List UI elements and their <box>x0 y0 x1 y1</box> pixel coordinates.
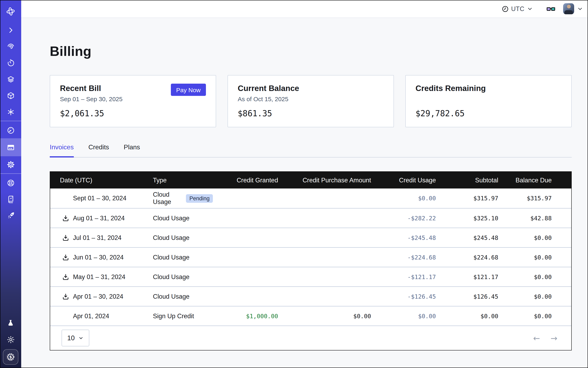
download-icon <box>62 293 69 300</box>
cell-subtotal: $245.48 <box>436 234 498 241</box>
billing-page: Billing Recent Bill Sep 01 – Sep 30, 202… <box>21 18 588 368</box>
gauge-icon[interactable] <box>0 122 21 138</box>
sidebar-divider <box>0 173 21 174</box>
row-date: Aug 01 – 31, 2024 <box>73 214 125 222</box>
tab-credits[interactable]: Credits <box>88 144 109 157</box>
cube-icon[interactable] <box>0 87 21 104</box>
dollar-badge-icon: $ <box>6 352 16 362</box>
chevron-down-icon <box>577 6 583 12</box>
topbar: UTC <box>21 0 588 18</box>
current-balance-card: Current Balance As of Oct 15, 2025 $861.… <box>227 75 394 127</box>
app-window: $ UTC <box>0 0 588 368</box>
cell-credit-usage: -$282.22 <box>371 215 436 221</box>
pay-now-button[interactable]: Pay Now <box>171 84 206 96</box>
recent-bill-amount: $2,061.35 <box>60 109 206 118</box>
chevron-down-icon <box>78 335 84 341</box>
column-header-date: Date (UTC) <box>50 176 153 184</box>
layers-icon[interactable] <box>0 71 21 87</box>
logo-orbit-icon[interactable] <box>0 3 21 19</box>
tab-plans[interactable]: Plans <box>124 144 140 157</box>
cell-subtotal: $315.97 <box>436 195 498 202</box>
credits-badge-button[interactable]: $ <box>3 349 18 365</box>
status-badge: Pending <box>186 194 213 202</box>
gear-icon[interactable] <box>0 156 21 173</box>
column-header-credit-purchase: Credit Purchase Amount <box>278 176 371 184</box>
page-size-value: 10 <box>67 334 75 342</box>
row-type: Cloud Usage <box>153 214 190 222</box>
table-header: Date (UTC) Type Credit Granted Credit Pu… <box>50 172 571 188</box>
row-type: Cloud Usage <box>153 293 190 300</box>
reader-mode-button[interactable] <box>546 4 556 14</box>
billing-card-icon <box>6 143 15 152</box>
row-date: Apr 01 – 30, 2024 <box>73 293 123 300</box>
card-subtitle: As of Oct 15, 2025 <box>238 95 384 103</box>
column-header-credit-usage: Credit Usage <box>371 176 436 184</box>
credits-remaining-amount: $29,782.65 <box>416 109 561 118</box>
chevron-right-icon[interactable] <box>0 22 21 38</box>
observe-spiral-icon[interactable] <box>0 38 21 55</box>
card-subtitle: Sep 01 – Sep 30, 2025 <box>60 95 206 103</box>
card-title: Credits Remaining <box>416 84 561 93</box>
svg-text:$: $ <box>9 355 12 359</box>
row-type: Sign Up Credit <box>153 312 194 320</box>
ship-wheel-icon[interactable] <box>0 175 21 191</box>
row-date: Jun 01 – 30, 2024 <box>73 254 124 261</box>
cell-balance-due: $315.97 <box>498 195 552 202</box>
row-type: Cloud Usage <box>153 273 190 280</box>
column-header-balance-due: Balance Due <box>498 176 552 184</box>
page-title: Billing <box>50 44 572 59</box>
sun-icon[interactable] <box>0 331 21 348</box>
timer-icon[interactable] <box>0 55 21 71</box>
sidebar-item-billing[interactable] <box>0 138 21 156</box>
rocket-icon[interactable] <box>0 207 21 224</box>
user-menu[interactable] <box>563 3 583 14</box>
current-balance-amount: $861.35 <box>238 109 384 118</box>
cell-balance-due: $42.88 <box>498 215 552 221</box>
column-header-credit-granted: Credit Granted <box>213 176 278 184</box>
table-row: Apr 01 – 30, 2024 Cloud Usage -$126.45 $… <box>50 286 571 306</box>
page-size-select[interactable]: 10 <box>62 330 89 346</box>
chevron-down-icon <box>527 6 533 12</box>
recent-bill-card: Recent Bill Sep 01 – Sep 30, 2025 $2,061… <box>50 75 216 127</box>
card-title: Current Balance <box>238 84 384 93</box>
cell-credit-usage: -$126.45 <box>371 293 436 300</box>
flask-icon[interactable] <box>0 315 21 331</box>
cell-subtotal: $126.45 <box>436 293 498 300</box>
clock-icon <box>501 5 509 12</box>
download-invoice-button[interactable] <box>62 214 69 222</box>
cell-credit-usage: $0.00 <box>371 195 436 202</box>
download-invoice-button[interactable] <box>62 273 69 281</box>
download-invoice-button[interactable] <box>62 234 69 241</box>
table-row: Sept 01 – 30, 2024 Cloud Usage Pending $… <box>50 188 571 208</box>
download-icon <box>62 234 69 241</box>
next-page-button[interactable]: → <box>551 334 557 342</box>
tab-invoices[interactable]: Invoices <box>50 144 74 157</box>
summary-cards: Recent Bill Sep 01 – Sep 30, 2025 $2,061… <box>50 75 572 127</box>
user-avatar[interactable] <box>563 3 574 14</box>
glasses-icon <box>546 4 556 14</box>
table-row: Aug 01 – 31, 2024 Cloud Usage -$282.22 $… <box>50 208 571 228</box>
row-date: Jul 01 – 31, 2024 <box>73 234 121 241</box>
table-body: Sept 01 – 30, 2024 Cloud Usage Pending $… <box>50 188 571 326</box>
row-type: Cloud Usage <box>153 254 190 261</box>
column-header-subtotal: Subtotal <box>436 176 498 184</box>
cell-credit-usage: -$121.17 <box>371 274 436 280</box>
prev-page-button[interactable]: ← <box>533 334 540 342</box>
row-date: Apr 01, 2024 <box>73 312 109 320</box>
row-date: Sept 01 – 30, 2024 <box>73 195 127 202</box>
table-row: Jun 01 – 30, 2024 Cloud Usage -$224.68 $… <box>50 247 571 267</box>
card-subtitle <box>416 95 561 103</box>
table-footer: 10 ← → <box>50 326 571 350</box>
timezone-select[interactable]: UTC <box>501 5 533 12</box>
cell-subtotal: $121.17 <box>436 274 498 280</box>
download-invoice-button[interactable] <box>62 253 69 261</box>
invoices-table: Date (UTC) Type Credit Granted Credit Pu… <box>50 171 572 350</box>
row-type: Cloud Usage <box>153 234 190 241</box>
asterisk-icon[interactable] <box>0 104 21 120</box>
book-sparkle-icon[interactable] <box>0 191 21 207</box>
download-invoice-button[interactable] <box>62 293 69 300</box>
cell-balance-due: $0.00 <box>498 293 552 300</box>
download-icon <box>62 273 69 280</box>
cell-credit-granted: $1,000.00 <box>213 313 278 319</box>
cell-balance-due: $0.00 <box>498 274 552 280</box>
